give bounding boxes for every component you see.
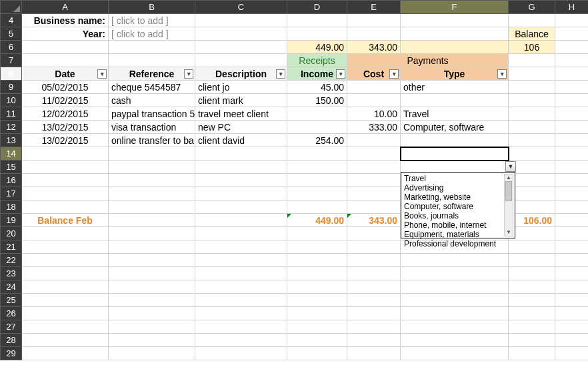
col-header-d[interactable]: D (287, 1, 347, 14)
cell-cost[interactable]: 333.00 (347, 121, 401, 134)
dropdown-item[interactable]: Travel (404, 174, 503, 183)
row-header[interactable]: 11 (1, 107, 22, 121)
dropdown-item[interactable]: Books, journals (404, 211, 503, 220)
header-type[interactable]: Type▾ (401, 67, 509, 81)
cell-income[interactable]: 150.00 (287, 94, 347, 107)
dropdown-item[interactable]: Marketing, website (404, 192, 503, 202)
col-header-e[interactable]: E (347, 1, 401, 14)
filter-icon[interactable]: ▾ (276, 69, 285, 79)
cell-cost[interactable] (347, 81, 401, 94)
cell-desc[interactable]: client david (195, 134, 287, 147)
row-header[interactable]: 29 (1, 347, 22, 360)
row-header[interactable]: 22 (1, 254, 22, 267)
cell-income[interactable] (287, 121, 347, 134)
header-reference[interactable]: Reference▾ (109, 67, 195, 81)
col-header-g[interactable]: G (509, 1, 555, 14)
filter-icon[interactable]: ▾ (97, 69, 107, 79)
cell-date[interactable]: 12/02/2015 (22, 107, 109, 121)
section-payments: Payments (347, 54, 509, 67)
cell-dropdown-button[interactable]: ▼ (505, 161, 516, 172)
cell-cost[interactable] (347, 94, 401, 107)
scroll-thumb[interactable] (505, 181, 512, 201)
col-header-a[interactable]: A (22, 1, 109, 14)
col-header-f[interactable]: F (401, 1, 509, 14)
row-header[interactable]: 15 (1, 161, 22, 174)
row-header[interactable]: 25 (1, 294, 22, 307)
cell-date[interactable]: 13/02/2015 (22, 121, 109, 134)
cell-ref[interactable]: cash (109, 94, 195, 107)
row-header[interactable]: 6 (1, 41, 22, 54)
row-header[interactable]: 17 (1, 187, 22, 200)
col-header-c[interactable]: C (195, 1, 287, 14)
col-header-h[interactable]: H (555, 1, 589, 14)
cell-desc[interactable]: travel meet client (195, 107, 287, 121)
row-header[interactable]: 7 (1, 54, 22, 67)
row-header[interactable]: 26 (1, 307, 22, 320)
dropdown-item[interactable]: Advertising (404, 183, 503, 192)
row-header[interactable]: 23 (1, 267, 22, 280)
row-header[interactable]: 24 (1, 280, 22, 294)
cell-cost[interactable]: 10.00 (347, 107, 401, 121)
select-all-corner[interactable] (1, 1, 22, 14)
cell-desc[interactable]: client jo (195, 81, 287, 94)
cell-ref[interactable]: online transfer to ba (109, 134, 195, 147)
active-cell[interactable] (401, 147, 509, 161)
cell-date[interactable]: 05/02/2015 (22, 81, 109, 94)
cell-date[interactable]: 11/02/2015 (22, 94, 109, 107)
cell-desc[interactable]: client mark (195, 94, 287, 107)
row-header[interactable]: 18 (1, 200, 22, 214)
filter-icon[interactable]: ▾ (389, 69, 399, 79)
total-cost: 343.00 (347, 41, 401, 54)
cell-type[interactable]: Travel (401, 107, 509, 121)
scroll-up-icon[interactable]: ▲ (505, 175, 513, 181)
row-header[interactable]: 9 (1, 81, 22, 94)
cell-ref[interactable]: paypal transaction 5 (109, 107, 195, 121)
filter-icon[interactable]: ▾ (184, 69, 193, 79)
row-header[interactable]: 28 (1, 334, 22, 347)
header-date[interactable]: Date▾ (22, 67, 109, 81)
balance-feb-income: 449.00 (287, 214, 347, 227)
row-header[interactable]: 8 (1, 67, 22, 81)
cell-desc[interactable]: new PC (195, 121, 287, 134)
dropdown-item[interactable]: Computer, software (404, 202, 503, 211)
chevron-down-icon[interactable]: ▼ (505, 161, 516, 172)
cell-ref[interactable]: cheque 5454587 (109, 81, 195, 94)
row-header[interactable]: 21 (1, 240, 22, 254)
row-header[interactable]: 16 (1, 174, 22, 187)
cell-income[interactable] (287, 107, 347, 121)
filter-icon[interactable]: ▾ (497, 69, 507, 79)
row-header[interactable]: 4 (1, 14, 22, 27)
cell-type[interactable]: Computer, software (401, 121, 509, 134)
cell-date[interactable]: 13/02/2015 (22, 134, 109, 147)
row-header[interactable]: 5 (1, 27, 22, 41)
year-input[interactable]: [ click to add ] (109, 27, 195, 41)
cell-type[interactable]: other (401, 81, 509, 94)
row-header[interactable]: 12 (1, 121, 22, 134)
cell-type[interactable] (401, 134, 509, 147)
type-dropdown-list[interactable]: Travel Advertising Marketing, website Co… (401, 172, 515, 238)
total-income: 449.00 (287, 41, 347, 54)
header-description[interactable]: Description▾ (195, 67, 287, 81)
cell-ref[interactable]: visa transaction (109, 121, 195, 134)
business-name-input[interactable]: [ click to add ] (109, 14, 195, 27)
row-header[interactable]: 13 (1, 134, 22, 147)
dropdown-item[interactable]: Professional development (404, 239, 503, 248)
dropdown-item[interactable]: Phone, mobile, internet (404, 220, 503, 230)
header-cost[interactable]: Cost▾ (347, 67, 401, 81)
cell-income[interactable]: 45.00 (287, 81, 347, 94)
cell-income[interactable]: 254.00 (287, 134, 347, 147)
balance-feb-total: 106.00 (509, 214, 555, 227)
dropdown-item[interactable]: Equipment, materials (404, 230, 503, 239)
cell-type[interactable] (401, 94, 509, 107)
dropdown-scrollbar[interactable]: ▲ ▼ (504, 174, 513, 236)
filter-icon[interactable]: ▾ (336, 69, 345, 79)
row-header[interactable]: 19 (1, 214, 22, 227)
row-header[interactable]: 20 (1, 227, 22, 240)
row-header[interactable]: 14 (1, 147, 22, 161)
col-header-b[interactable]: B (109, 1, 195, 14)
header-income[interactable]: Income▾ (287, 67, 347, 81)
row-header[interactable]: 10 (1, 94, 22, 107)
row-header[interactable]: 27 (1, 320, 22, 334)
scroll-down-icon[interactable]: ▼ (505, 229, 513, 236)
cell-cost[interactable] (347, 134, 401, 147)
